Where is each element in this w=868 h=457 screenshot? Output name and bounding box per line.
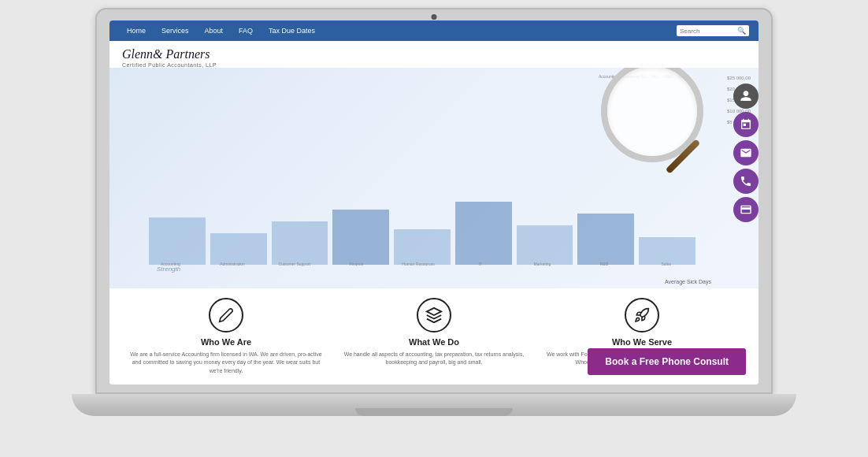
chart-cat: Marketing	[513, 262, 572, 266]
chart-bar	[639, 237, 696, 265]
chart-cat: Sales	[636, 262, 696, 266]
pencil-icon	[209, 298, 243, 333]
rocket-icon	[625, 298, 659, 333]
chart-cat: Human Resources	[389, 262, 448, 266]
brand-name: Glenn& Partners	[122, 47, 746, 61]
navigation: Home Services About FAQ Tax Due Dates 🔍	[109, 20, 759, 41]
chart-bar	[272, 221, 328, 265]
chart-bar	[394, 229, 451, 265]
service-desc-2: We handle all aspects of accounting, tax…	[336, 351, 532, 367]
screen: Home Services About FAQ Tax Due Dates 🔍 …	[109, 20, 759, 385]
service-title-1: Who We Are	[128, 337, 324, 347]
service-what-we-do: What We Do We handle all aspects of acco…	[330, 298, 538, 376]
floating-icons-panel	[733, 84, 759, 222]
chart-bar	[577, 214, 634, 265]
screen-bezel: Home Services About FAQ Tax Due Dates 🔍 …	[95, 8, 773, 394]
chart-bar	[455, 202, 512, 265]
search-input[interactable]	[680, 28, 735, 35]
brand-tagline: Certified Public Accountants, LLP	[122, 62, 746, 68]
layers-icon	[417, 298, 451, 333]
nav-faq[interactable]: FAQ	[231, 27, 261, 35]
camera	[432, 14, 437, 20]
service-title-2: What We Do	[336, 337, 532, 347]
calendar-icon-button[interactable]	[733, 112, 759, 137]
chart-y-label: $25 000,00	[727, 76, 751, 80]
laptop: Home Services About FAQ Tax Due Dates 🔍 …	[72, 8, 796, 449]
nav-home[interactable]: Home	[119, 27, 154, 35]
services-section: Who We Are We are a full-service Account…	[109, 288, 759, 385]
chart-cat: Accounting	[141, 262, 200, 266]
header: Glenn& Partners Certified Public Account…	[109, 41, 759, 68]
chart-bar	[210, 233, 267, 265]
chart-cat: R&D	[575, 262, 634, 266]
chart-categories: Accounting Administration Customer Suppo…	[141, 262, 696, 266]
chart-bar	[149, 217, 206, 265]
chart-strength-label: Strength	[157, 266, 180, 273]
chart-x-label: Average Sick Days	[665, 279, 711, 284]
phone-icon-button[interactable]	[733, 169, 759, 194]
hero-area: $25 000,00 $20 000,00 $15 000,00 $10 000…	[109, 68, 759, 288]
email-icon-button[interactable]	[733, 140, 759, 165]
nav-tax[interactable]: Tax Due Dates	[261, 27, 323, 35]
laptop-base	[72, 394, 796, 416]
chart-cat: Customer Support	[265, 262, 324, 266]
nav-about[interactable]: About	[197, 27, 232, 35]
card-icon-button[interactable]	[733, 197, 759, 222]
service-desc-1: We are a full-service Accounting firm li…	[128, 351, 324, 376]
svg-marker-0	[427, 307, 441, 314]
search-box[interactable]: 🔍	[677, 25, 749, 36]
magnifier	[601, 68, 727, 194]
book-consult-button[interactable]: Book a Free Phone Consult	[588, 348, 746, 375]
search-icon: 🔍	[737, 27, 746, 35]
chart-cat: Finance	[327, 262, 386, 266]
chart-bar	[332, 210, 389, 265]
user-icon-button[interactable]	[733, 84, 759, 109]
chart-cat: Administration	[203, 262, 262, 266]
chart-bar	[517, 225, 573, 265]
chart-cat: IT	[451, 262, 510, 266]
nav-services[interactable]: Services	[154, 27, 197, 35]
service-who-we-are: Who We Are We are a full-service Account…	[122, 298, 330, 376]
service-title-3: Who We Serve	[544, 337, 740, 347]
website: Home Services About FAQ Tax Due Dates 🔍 …	[109, 20, 759, 385]
